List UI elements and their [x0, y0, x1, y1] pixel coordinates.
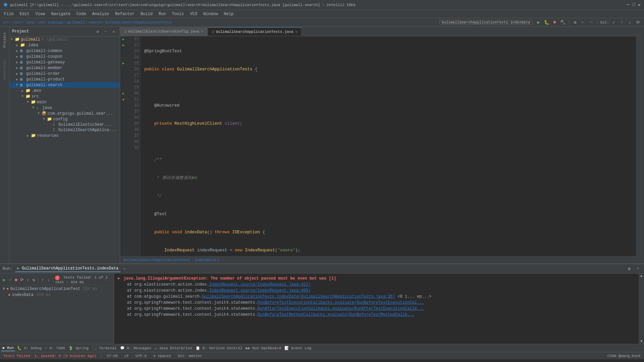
- tree-item-common[interactable]: ▶ ▦ gulimall-common: [9, 48, 120, 54]
- tree-item-gateway[interactable]: ▶ ▦ gulimall-gateway: [9, 59, 120, 65]
- scroll-up-btn[interactable]: ▲: [640, 274, 642, 278]
- minimize-btn[interactable]: ─: [627, 2, 630, 8]
- test-rerun-btn[interactable]: ⟳: [20, 277, 24, 283]
- nav-back[interactable]: ←: [580, 19, 587, 26]
- tree-item-product[interactable]: ▶ ▦ gulimall-product: [9, 76, 120, 82]
- bottom-tab-run-dashboard[interactable]: ▶▶ Run Dashboard: [244, 345, 282, 351]
- menu-view[interactable]: View: [33, 11, 48, 17]
- code-editor[interactable]: ▶ ▶ ▶ ▶ ● 21: [120, 36, 640, 256]
- run-tab-close[interactable]: ✕: [123, 266, 125, 271]
- footer-method[interactable]: indexData(): [195, 258, 219, 262]
- breadcrumb-atguigu[interactable]: atguigu: [48, 20, 63, 24]
- tree-item-main[interactable]: ▼ 📁 main: [9, 99, 120, 105]
- stack-link-6[interactable]: RunBeforeTestMethodCallbacks.evaluate(Ru…: [258, 312, 415, 317]
- git-commit[interactable]: ✓: [610, 19, 617, 26]
- footer-class[interactable]: GulimallSearchApplicationTests: [123, 258, 190, 262]
- debug-button[interactable]: 🐛: [543, 19, 550, 26]
- project-tab-label[interactable]: Project: [1, 29, 8, 50]
- test-check-btn[interactable]: ✓: [8, 277, 13, 283]
- project-tree-gear[interactable]: ⚙: [94, 28, 101, 35]
- test-sort-btn[interactable]: ↕: [25, 277, 30, 283]
- tree-item-mvn[interactable]: ▶ 📁 .mvn: [9, 88, 120, 94]
- test-method-row[interactable]: ● indexData 324 ms: [0, 292, 114, 298]
- window-controls[interactable]: ─ □ ✕: [627, 2, 641, 8]
- bottom-tab-event-log[interactable]: 📝 Event Log: [283, 345, 313, 351]
- tree-item-search[interactable]: ▼ ▦ gulimall-search: [9, 82, 120, 88]
- project-tree-collapse[interactable]: −: [102, 28, 109, 35]
- tree-item-search-app[interactable]: J GulimallSearchApplica...: [9, 127, 120, 133]
- tree-item-elastic-config[interactable]: J GulimallElasticSear...: [9, 122, 120, 127]
- bottom-tab-todo[interactable]: ✓ 6: TODO: [44, 345, 66, 351]
- tree-item-java[interactable]: ▼ ☕ java: [9, 105, 120, 111]
- project-tree-close[interactable]: ✕: [110, 28, 117, 35]
- stack-link-1[interactable]: IndexRequest.source(IndexRequest.java:42…: [209, 282, 311, 287]
- bottom-tab-enterprise[interactable]: ☕ Java Enterprise: [153, 345, 194, 351]
- test-sort2-btn[interactable]: ⇅: [32, 277, 36, 283]
- favorites-tab-label[interactable]: Favorites: [1, 57, 8, 82]
- run-tab-active[interactable]: ▶ GulimallSearchApplicationTests.indexDa…: [15, 265, 120, 272]
- menu-build[interactable]: Build: [138, 11, 155, 17]
- menu-refactor[interactable]: Refactor: [112, 11, 137, 17]
- tree-item-member[interactable]: ▶ ▦ gulimall-member: [9, 65, 120, 71]
- menu-vcs[interactable]: VCS: [187, 11, 200, 17]
- git-pull[interactable]: ↓: [627, 19, 633, 26]
- tab-elastic-close[interactable]: ✕: [201, 29, 203, 34]
- tree-item-package[interactable]: ▼ 📦 com.atguigu.gulimal.sear...: [9, 111, 120, 116]
- tree-item-src[interactable]: ▼ 📁 src: [9, 94, 120, 99]
- tree-item-config[interactable]: ▼ 📁 config: [9, 116, 120, 122]
- stack-link-3[interactable]: GulimallSearchApplicationTests.indexData…: [202, 294, 395, 299]
- nav-forward[interactable]: →: [588, 19, 595, 26]
- settings-btn[interactable]: ⚙: [572, 19, 579, 26]
- bottom-tab-run[interactable]: ▶ Run: [1, 345, 15, 351]
- maximize-btn[interactable]: □: [632, 2, 635, 8]
- scroll-down-btn[interactable]: ▼: [640, 340, 642, 343]
- tab-elastic-config[interactable]: J GulimallElasticSearchConfig.java ✕: [120, 27, 208, 36]
- minimap-scrollbar[interactable]: [640, 27, 644, 263]
- right-scrollbar[interactable]: [636, 36, 640, 256]
- test-stop-btn[interactable]: ■: [14, 277, 18, 283]
- bottom-tab-spring[interactable]: 🍃 Spring: [67, 345, 90, 351]
- breadcrumb-com[interactable]: com: [38, 20, 44, 24]
- menu-file[interactable]: File: [1, 11, 16, 17]
- stack-link-5[interactable]: RunAfterTestExecutionCallbacks.evaluate(…: [258, 306, 424, 311]
- test-run-btn[interactable]: ▶: [2, 277, 7, 283]
- test-class-row[interactable]: ▼ ● GulimallSearchApplicationTest 324 ms: [0, 286, 114, 292]
- tree-item-resources[interactable]: ▶ 📁 resources: [9, 133, 120, 138]
- close-btn[interactable]: ✕: [638, 2, 641, 8]
- tree-item-coupon[interactable]: ▶ ▦ gulimall-coupon: [9, 54, 120, 59]
- run-panel-close-btn[interactable]: −: [635, 265, 641, 272]
- menu-code[interactable]: Code: [74, 11, 89, 17]
- build-button[interactable]: 🔨: [559, 19, 566, 26]
- breadcrumb-test[interactable]: test: [13, 20, 21, 24]
- breadcrumb-gulimall[interactable]: gulimall: [67, 20, 85, 24]
- menu-help[interactable]: Help: [221, 11, 236, 17]
- tree-item-order[interactable]: ▶ ▦ gulimall-order: [9, 71, 120, 76]
- menu-analyze[interactable]: Analyze: [90, 11, 112, 17]
- bottom-tab-debug[interactable]: 🐛 5: Debug: [16, 345, 43, 351]
- run-right-scrollbar[interactable]: ▲ ▼: [639, 274, 644, 344]
- stack-link-4[interactable]: RunBeforeTestExecutionCallbacks.evaluate…: [258, 300, 424, 305]
- git-fetch[interactable]: ⟳: [635, 19, 641, 26]
- bottom-tab-messages[interactable]: 💬 0: Messages: [119, 345, 153, 351]
- breadcrumb-java[interactable]: java: [25, 20, 34, 24]
- stop-button[interactable]: ■: [551, 19, 558, 26]
- test-nav-down[interactable]: ↓: [46, 277, 51, 283]
- breadcrumb-search[interactable]: search: [88, 20, 102, 24]
- stack-link-2[interactable]: IndexRequest.source(IndexRequest.java:40…: [209, 288, 311, 293]
- breadcrumb-src[interactable]: src: [3, 20, 9, 24]
- tree-item-gulimall[interactable]: ▼ 📁 gulimall F:\gulimall: [9, 37, 120, 42]
- run-button[interactable]: ▶: [535, 19, 542, 26]
- git-push[interactable]: ↑: [619, 19, 625, 26]
- menu-window[interactable]: Window: [201, 11, 220, 17]
- run-settings-btn[interactable]: ⚙: [626, 265, 633, 272]
- menu-edit[interactable]: Edit: [17, 11, 32, 17]
- bottom-tab-terminal[interactable]: ⬛ Terminal: [91, 345, 118, 351]
- code-content[interactable]: @SpringBootTest public class GulimallSea…: [141, 36, 636, 256]
- test-nav-up[interactable]: ↑: [40, 277, 45, 283]
- breadcrumb-class[interactable]: GulimallSearchApplicationTests: [105, 20, 171, 24]
- tab-search-tests[interactable]: J GulimallSearchApplicationTests.java ✕: [208, 27, 302, 36]
- tree-item-idea[interactable]: ▶ 📁 .idea: [9, 42, 120, 48]
- bottom-tab-vcs[interactable]: 📋 9: Version Control: [194, 345, 244, 351]
- menu-run[interactable]: Run: [156, 11, 169, 17]
- tab-search-close[interactable]: ✕: [296, 30, 298, 34]
